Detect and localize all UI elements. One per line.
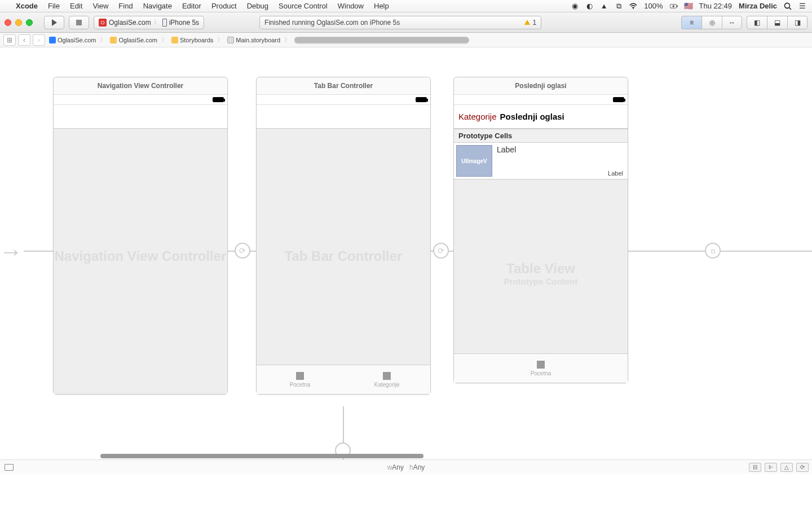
device-icon (162, 19, 167, 27)
menu-view[interactable]: View (92, 2, 108, 10)
stop-button[interactable] (69, 16, 89, 29)
menu-file[interactable]: File (48, 2, 60, 10)
drive-icon[interactable]: ▲ (600, 2, 608, 10)
resize-button[interactable]: ⟳ (796, 463, 809, 472)
back-button[interactable]: ‹ (18, 34, 30, 46)
jump-bar: ⊞ ‹ › OglasiSe.com 〉 OglasiSe.com 〉 Stor… (0, 33, 812, 47)
notification-icon[interactable]: ☰ (798, 2, 806, 10)
breadcrumb-scene[interactable]: Kategorije Scene (293, 36, 343, 45)
image-view-placeholder: UIImageV (456, 145, 492, 177)
menu-help[interactable]: Help (374, 2, 389, 10)
breadcrumb-group[interactable]: OglasiSe.com (108, 36, 158, 45)
window-controls (5, 19, 33, 26)
menu-navigate[interactable]: Navigate (143, 2, 172, 10)
menu-editor[interactable]: Editor (182, 2, 201, 10)
flag-icon[interactable]: 🇺🇸 (685, 2, 692, 10)
viber-icon[interactable]: ◉ (571, 2, 579, 10)
scheme-project: OglasiSe.com (109, 19, 151, 27)
tab-item-kategorije[interactable]: Kategorije (343, 365, 430, 394)
tableview-placeholder-title: Table View (454, 261, 628, 277)
mac-menubar: Xcode File Edit View Find Navigate Edito… (0, 0, 812, 12)
prototype-cell[interactable]: UIImageV Label Label (454, 143, 628, 179)
activity-view: Finished running OglasiSe.com on iPhone … (259, 16, 541, 29)
scene-tabbar-controller[interactable]: Tab Bar Controller Tab Bar Controller Po… (256, 77, 431, 395)
left-panel-button[interactable]: ◧ (747, 16, 767, 29)
scene-poslednji-oglasi[interactable]: Poslednji oglasi Kategorije Poslednji og… (453, 77, 628, 383)
battery-percent[interactable]: 100% (644, 2, 663, 10)
nav-back-button[interactable]: Kategorije (458, 112, 497, 121)
storyboard-canvas[interactable]: → Navigation View Controller Navigation … (0, 47, 812, 474)
pin-button[interactable]: ⊩ (765, 463, 777, 472)
svg-point-3 (785, 3, 790, 8)
battery-icon[interactable] (670, 2, 678, 10)
horizontal-scrollbar[interactable] (100, 454, 423, 458)
menu-find[interactable]: Find (118, 2, 133, 10)
dropbox-icon[interactable]: ⧉ (615, 2, 623, 10)
menu-window[interactable]: Window (338, 2, 364, 10)
breadcrumb-file[interactable]: Main.storyboard (226, 36, 282, 45)
svg-line-4 (789, 7, 792, 10)
align-button[interactable]: ⊟ (749, 463, 761, 472)
menu-debug[interactable]: Debug (247, 2, 268, 10)
bottom-panel-button[interactable]: ⬓ (767, 16, 787, 29)
related-items-button[interactable]: ⊞ (3, 34, 16, 46)
spotlight-icon[interactable] (784, 2, 792, 10)
prototype-cells-header: Prototype Cells (454, 129, 628, 143)
tab-item-pocetna[interactable]: Pocetna (454, 354, 628, 383)
battery-icon (416, 97, 427, 102)
minimize-button[interactable] (15, 19, 22, 26)
size-class-selector[interactable]: wAny hAny (387, 463, 425, 471)
menu-source-control[interactable]: Source Control (279, 2, 328, 10)
project-icon: O (99, 19, 107, 27)
battery-icon (613, 97, 624, 102)
segue-icon[interactable]: ⧈ (705, 243, 721, 259)
navigation-bar: Kategorije Poslednji oglasi (454, 105, 628, 129)
wifi-icon[interactable] (629, 2, 637, 10)
close-button[interactable] (5, 19, 11, 26)
scene-placeholder: Tab Bar Controller (257, 248, 430, 264)
cell-label-sub: Label (608, 170, 623, 177)
assistant-editor-button[interactable]: ◎ (701, 16, 722, 29)
segue-icon[interactable]: ⟳ (235, 243, 250, 259)
zoom-button[interactable] (26, 19, 33, 26)
version-editor-button[interactable]: ↔ (722, 16, 742, 29)
status-text: Finished running OglasiSe.com on iPhone … (264, 19, 400, 27)
run-button[interactable] (44, 16, 64, 29)
warning-count[interactable]: 1 (532, 19, 536, 27)
forward-button[interactable]: › (33, 34, 45, 46)
status-icon[interactable]: ◐ (585, 2, 593, 10)
cell-label-main: Label (497, 145, 625, 154)
standard-editor-button[interactable]: ≡ (681, 16, 701, 29)
scene-title: Tab Bar Controller (257, 77, 430, 95)
tableview-placeholder-sub: Prototype Content (454, 277, 628, 286)
svg-point-0 (633, 8, 634, 9)
user-name[interactable]: Mirza Delic (739, 2, 777, 10)
xcode-toolbar: OOglasiSe.com 〉 iPhone 5s Finished runni… (0, 12, 812, 33)
scene-navigation-controller[interactable]: Navigation View Controller Navigation Vi… (53, 77, 228, 395)
clock[interactable]: Thu 22:49 (699, 2, 732, 10)
scene-title: Navigation View Controller (54, 77, 227, 95)
tab-item-pocetna[interactable]: Pocetna (257, 365, 343, 394)
scheme-device: iPhone 5s (169, 19, 199, 27)
battery-icon (213, 97, 224, 102)
breadcrumb-project[interactable]: OglasiSe.com (47, 36, 98, 45)
tab-bar: Pocetna (454, 353, 628, 383)
nav-title: Poslednji oglasi (500, 112, 564, 121)
size-class-bar: wAny hAny ⊟ ⊩ △ ⟳ (0, 459, 812, 474)
scene-placeholder: Navigation View Controller (54, 248, 227, 264)
svg-rect-2 (677, 5, 677, 7)
scheme-selector[interactable]: OOglasiSe.com 〉 iPhone 5s (94, 16, 204, 29)
right-panel-button[interactable]: ◨ (787, 16, 807, 29)
tab-bar: Pocetna Kategorije (257, 365, 430, 394)
menu-edit[interactable]: Edit (70, 2, 82, 10)
warning-icon[interactable] (524, 20, 530, 25)
resolve-button[interactable]: △ (780, 463, 793, 472)
menu-product[interactable]: Product (211, 2, 237, 10)
breadcrumb-storyboards[interactable]: Storyboards (170, 36, 215, 45)
initial-arrow-icon: → (0, 238, 23, 265)
scene-title: Poslednji oglasi (454, 77, 628, 95)
segue-icon[interactable]: ⟳ (433, 243, 449, 259)
document-outline-button[interactable] (5, 464, 14, 471)
editor-mode-group: ≡ ◎ ↔ (681, 16, 742, 29)
menu-app[interactable]: Xcode (16, 2, 38, 10)
